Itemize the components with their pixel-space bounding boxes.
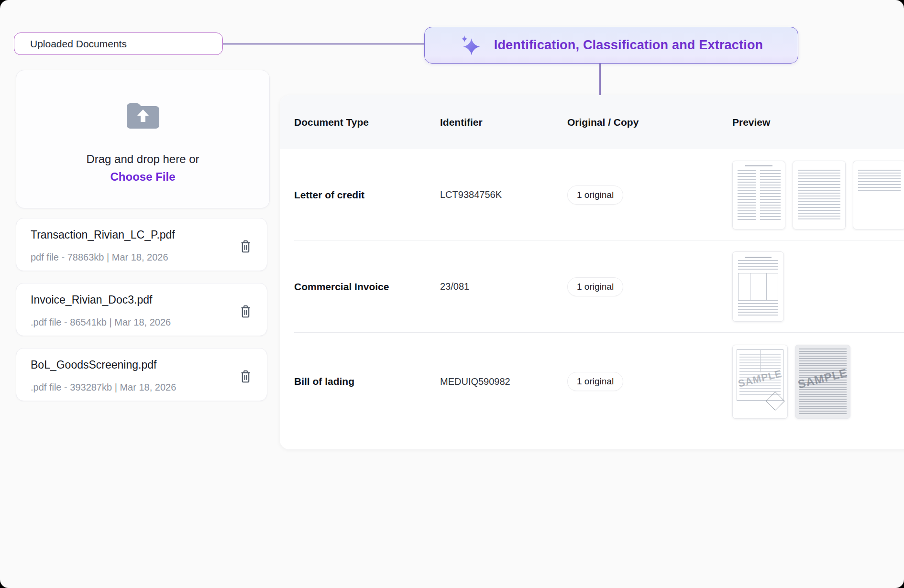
table-row: Bill of lading MEDUIQ590982 1 original S… — [280, 333, 904, 430]
file-card: Invoice_Rivian_Doc3.pdf .pdf file - 8654… — [16, 283, 267, 336]
file-name: BoL_GoodsScreening.pdf — [31, 359, 156, 371]
page-title-line — [745, 257, 771, 258]
table-row: Letter of credit LCT9384756K 1 original — [280, 149, 904, 240]
column-header-document-type: Document Type — [294, 117, 440, 128]
original-copy-badge: 1 original — [567, 372, 623, 391]
file-meta: .pdf file - 393287kb | Mar 18, 2026 — [31, 382, 176, 393]
page-lines — [858, 170, 901, 191]
original-copy-badge: 1 original — [567, 185, 623, 205]
preview-thumbnail[interactable]: SAMPLE — [732, 345, 788, 419]
identifier-cell: MEDUIQ590982 — [440, 376, 567, 387]
preview-thumbnail[interactable]: SAMPLE — [795, 345, 850, 419]
vertical-connector-line — [599, 64, 601, 96]
upload-dropzone[interactable]: Drag and drop here or Choose File — [16, 70, 270, 208]
delete-file-button[interactable] — [238, 369, 253, 384]
file-name: Invoice_Rivian_Doc3.pdf — [31, 294, 152, 306]
identifier-cell: LCT9384756K — [440, 189, 567, 200]
page-lines — [760, 170, 781, 222]
column-header-identifier: Identifier — [440, 117, 567, 128]
sparkle-icon — [460, 35, 481, 56]
page-lines — [738, 303, 779, 316]
preview-cell — [732, 161, 904, 229]
trash-icon — [239, 240, 252, 253]
extraction-title: Identification, Classification and Extra… — [494, 38, 763, 53]
upload-folder-icon — [125, 101, 161, 129]
extraction-header-node: Identification, Classification and Extra… — [424, 27, 798, 64]
trash-icon — [239, 305, 252, 318]
preview-cell — [732, 251, 904, 322]
table-row: Commercial Invoice 23/081 1 original — [280, 240, 904, 333]
file-card: Transaction_Rivian_LC_P.pdf pdf file - 7… — [16, 218, 267, 271]
file-name: Transaction_Rivian_LC_P.pdf — [31, 229, 175, 241]
choose-file-link[interactable]: Choose File — [110, 170, 175, 184]
column-header-preview: Preview — [732, 117, 904, 128]
delete-file-button[interactable] — [238, 239, 253, 254]
column-header-original-copy: Original / Copy — [567, 117, 732, 128]
page-lines — [738, 260, 779, 271]
document-type-cell: Bill of lading — [294, 376, 440, 387]
preview-cell: SAMPLE SAMPLE — [732, 345, 904, 419]
page-title-line — [745, 165, 772, 166]
page-lines — [738, 170, 756, 222]
delete-file-button[interactable] — [238, 304, 253, 319]
document-type-cell: Letter of credit — [294, 189, 440, 201]
trash-icon — [239, 370, 252, 383]
file-meta: pdf file - 78863kb | Mar 18, 2026 — [31, 252, 168, 263]
drag-drop-text: Drag and drop here or — [86, 152, 199, 166]
table-header-row: Document Type Identifier Original / Copy… — [280, 95, 904, 149]
app-window: Uploaded Documents Identification, Class… — [0, 0, 904, 588]
invoice-table-grid — [738, 273, 779, 301]
file-meta: .pdf file - 86541kb | Mar 18, 2026 — [31, 317, 171, 328]
page-lines — [798, 170, 840, 221]
extraction-results-table: Document Type Identifier Original / Copy… — [280, 95, 904, 449]
preview-thumbnail[interactable] — [793, 161, 846, 229]
preview-thumbnail[interactable] — [853, 161, 904, 229]
preview-thumbnail[interactable] — [732, 161, 785, 229]
original-copy-badge: 1 original — [567, 277, 623, 296]
preview-thumbnail[interactable] — [732, 251, 784, 322]
horizontal-connector-line — [223, 44, 425, 44]
uploaded-documents-label: Uploaded Documents — [30, 38, 127, 50]
identifier-cell: 23/081 — [440, 281, 567, 292]
file-card: BoL_GoodsScreening.pdf .pdf file - 39328… — [16, 348, 267, 401]
uploaded-documents-node: Uploaded Documents — [14, 33, 223, 55]
document-type-cell: Commercial Invoice — [294, 281, 440, 293]
